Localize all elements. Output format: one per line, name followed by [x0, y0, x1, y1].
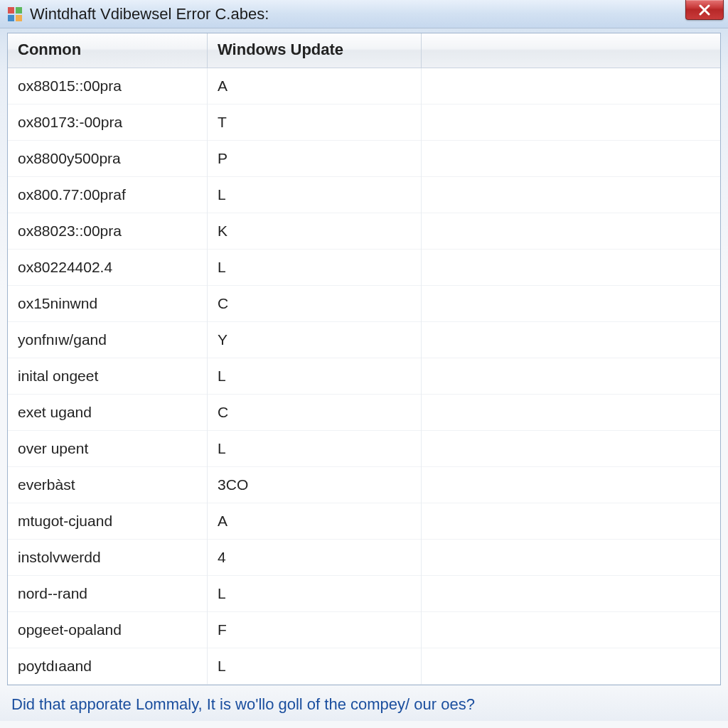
footer-help-link[interactable]: Did that apporate Lommaly, It is wo'llo … [0, 685, 728, 721]
cell-value: L [208, 250, 422, 286]
close-button[interactable] [685, 0, 724, 20]
cell-code: nord--rand [8, 576, 208, 612]
cell-blank [421, 141, 720, 177]
cell-blank [421, 648, 720, 685]
table-row[interactable]: yonfnıw/gandY [8, 322, 720, 358]
cell-blank [421, 395, 720, 431]
svg-rect-1 [16, 7, 22, 14]
cell-value: C [208, 286, 422, 322]
content-area: Conmon Windows Update ox88015::00praAox8… [0, 28, 728, 685]
cell-code: ox88015::00pra [8, 68, 208, 105]
cell-value: L [208, 177, 422, 213]
cell-code: ox800.77:00praf [8, 177, 208, 213]
table-row[interactable]: instolvwerdd4 [8, 540, 720, 576]
table-row[interactable]: poytdıaandL [8, 648, 720, 685]
cell-value: L [208, 358, 422, 395]
cell-code: ox80173:-00pra [8, 105, 208, 141]
table-row[interactable]: opgeet-opalandF [8, 612, 720, 648]
cell-value: C [208, 395, 422, 431]
table-row[interactable]: ox800.77:00prafL [8, 177, 720, 213]
cell-code: ox15ninwnd [8, 286, 208, 322]
cell-blank [421, 612, 720, 648]
close-icon [698, 4, 711, 16]
cell-blank [421, 322, 720, 358]
cell-code: ox88023::00pra [8, 213, 208, 250]
table-row[interactable]: ox15ninwndC [8, 286, 720, 322]
column-header-conmon[interactable]: Conmon [8, 33, 208, 68]
cell-value: T [208, 105, 422, 141]
cell-blank [421, 503, 720, 540]
cell-value: L [208, 431, 422, 467]
cell-code: ox8800y500pra [8, 141, 208, 177]
cell-code: over upent [8, 431, 208, 467]
table-row[interactable]: over upentL [8, 431, 720, 467]
table-row[interactable]: ox80173:-00praT [8, 105, 720, 141]
table-row[interactable]: exet ugandC [8, 395, 720, 431]
cell-blank [421, 213, 720, 250]
table-row[interactable]: everbàst3CO [8, 467, 720, 503]
cell-blank [421, 105, 720, 141]
cell-code: inital ongeet [8, 358, 208, 395]
table-row[interactable]: ox8800y500praP [8, 141, 720, 177]
table-row[interactable]: inital ongeetL [8, 358, 720, 395]
cell-value: Y [208, 322, 422, 358]
cell-code: everbàst [8, 467, 208, 503]
table-row[interactable]: ox88023::00praK [8, 213, 720, 250]
cell-blank [421, 68, 720, 105]
cell-blank [421, 431, 720, 467]
column-header-windows-update[interactable]: Windows Update [208, 33, 422, 68]
svg-rect-2 [8, 15, 14, 21]
svg-rect-0 [8, 7, 14, 14]
dialog-window: Wintdhaft Vdibewsel Error C.abes: Conmon… [0, 0, 728, 728]
cell-value: P [208, 141, 422, 177]
table-header-row: Conmon Windows Update [8, 33, 720, 68]
cell-value: 4 [208, 540, 422, 576]
cell-code: exet ugand [8, 395, 208, 431]
app-icon [7, 6, 23, 22]
cell-blank [421, 177, 720, 213]
table-row[interactable]: nord--randL [8, 576, 720, 612]
cell-blank [421, 358, 720, 395]
cell-value: 3CO [208, 467, 422, 503]
cell-value: K [208, 213, 422, 250]
table-row[interactable]: ox80224402.4L [8, 250, 720, 286]
cell-blank [421, 540, 720, 576]
cell-code: instolvwerdd [8, 540, 208, 576]
cell-code: yonfnıw/gand [8, 322, 208, 358]
cell-code: ox80224402.4 [8, 250, 208, 286]
cell-blank [421, 467, 720, 503]
cell-blank [421, 576, 720, 612]
svg-rect-3 [16, 15, 22, 21]
cell-code: opgeet-opaland [8, 612, 208, 648]
cell-code: mtugot-cjuand [8, 503, 208, 540]
cell-blank [421, 250, 720, 286]
cell-blank [421, 286, 720, 322]
column-header-blank[interactable] [421, 33, 720, 68]
cell-value: A [208, 68, 422, 105]
cell-code: poytdıaand [8, 648, 208, 685]
table-row[interactable]: ox88015::00praA [8, 68, 720, 105]
cell-value: A [208, 503, 422, 540]
table-row[interactable]: mtugot-cjuandA [8, 503, 720, 540]
titlebar: Wintdhaft Vdibewsel Error C.abes: [0, 0, 728, 28]
error-table: Conmon Windows Update ox88015::00praAox8… [7, 33, 721, 685]
cell-value: L [208, 576, 422, 612]
cell-value: F [208, 612, 422, 648]
window-title: Wintdhaft Vdibewsel Error C.abes: [30, 5, 269, 23]
cell-value: L [208, 648, 422, 685]
